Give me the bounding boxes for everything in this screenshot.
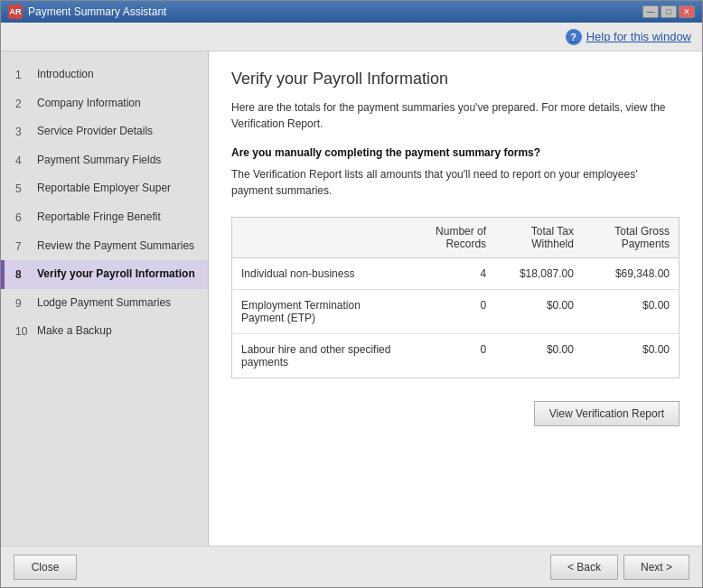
app-icon: AR xyxy=(8,5,23,19)
summary-table: Number of Records Total Tax Withheld Tot… xyxy=(231,217,680,378)
sidebar-label-review-payment-summaries: Review the Payment Summaries xyxy=(37,239,194,254)
row-gross-individual: $69,348.00 xyxy=(583,258,680,290)
help-label: Help for this window xyxy=(586,30,691,43)
sidebar-number-3: 3 xyxy=(15,125,32,138)
sidebar-number-8: 8 xyxy=(15,267,32,281)
help-icon: ? xyxy=(566,29,582,45)
manual-question: Are you manually completing the payment … xyxy=(231,146,680,159)
col-header-type xyxy=(232,218,413,258)
row-records-individual: 4 xyxy=(413,258,496,290)
sidebar-label-introduction: Introduction xyxy=(37,68,94,82)
sidebar-label-verify-payroll: Verify your Payroll Information xyxy=(37,267,195,282)
row-tax-etp: $0.00 xyxy=(495,290,583,334)
bottom-bar: Close < Back Next > xyxy=(1,546,702,587)
row-records-labour: 0 xyxy=(413,334,496,378)
row-tax-labour: $0.00 xyxy=(495,334,583,378)
sidebar-item-reportable-employer[interactable]: 5 Reportable Employer Super xyxy=(1,174,208,203)
title-bar-left: AR Payment Summary Assistant xyxy=(8,5,166,19)
row-label-labour: Labour hire and other specified payments xyxy=(232,334,413,378)
close-button[interactable]: Close xyxy=(14,555,77,580)
sidebar-label-company-information: Company Information xyxy=(37,97,141,111)
sidebar-item-lodge-payment[interactable]: 9 Lodge Payment Summaries xyxy=(1,289,208,318)
sidebar-label-service-provider: Service Provider Details xyxy=(37,125,153,139)
table-row: Employment Termination Payment (ETP) 0 $… xyxy=(232,290,680,334)
sidebar-number-7: 7 xyxy=(15,239,32,253)
sidebar-item-payment-summary-fields[interactable]: 4 Payment Summary Fields xyxy=(1,146,208,175)
table-row: Individual non-business 4 $18,087.00 $69… xyxy=(232,258,680,290)
content-area: Verify your Payroll Information Here are… xyxy=(209,51,702,546)
help-button[interactable]: ? Help for this window xyxy=(566,29,691,45)
table-row: Labour hire and other specified payments… xyxy=(232,334,680,378)
sidebar-item-verify-payroll[interactable]: 8 Verify your Payroll Information xyxy=(1,260,208,289)
manual-description: The Verification Report lists all amount… xyxy=(231,166,680,199)
button-container: View Verification Report xyxy=(231,397,680,426)
maximize-button[interactable]: □ xyxy=(661,5,677,18)
sidebar-number-2: 2 xyxy=(15,97,32,110)
view-verification-report-button[interactable]: View Verification Report xyxy=(534,401,680,426)
sidebar-label-make-backup: Make a Backup xyxy=(37,324,112,339)
nav-right-buttons: < Back Next > xyxy=(550,555,689,580)
page-title: Verify your Payroll Information xyxy=(231,70,680,89)
next-button[interactable]: Next > xyxy=(623,555,689,580)
row-gross-labour: $0.00 xyxy=(583,334,680,378)
sidebar-item-company-information[interactable]: 2 Company Information xyxy=(1,89,208,118)
sidebar: 1 Introduction 2 Company Information 3 S… xyxy=(1,51,209,546)
title-bar: AR Payment Summary Assistant — □ ✕ xyxy=(1,1,702,23)
back-button[interactable]: < Back xyxy=(550,555,618,580)
sidebar-number-6: 6 xyxy=(15,210,32,224)
sidebar-label-reportable-fringe: Reportable Fringe Benefit xyxy=(37,210,161,225)
sidebar-label-payment-summary-fields: Payment Summary Fields xyxy=(37,154,161,168)
sidebar-item-introduction[interactable]: 1 Introduction xyxy=(1,61,208,89)
main-window: AR Payment Summary Assistant — □ ✕ ? Hel… xyxy=(0,0,703,588)
row-tax-individual: $18,087.00 xyxy=(495,258,583,290)
main-content: 1 Introduction 2 Company Information 3 S… xyxy=(1,51,702,546)
sidebar-number-9: 9 xyxy=(15,296,32,310)
sidebar-item-service-provider[interactable]: 3 Service Provider Details xyxy=(1,117,208,146)
help-bar: ? Help for this window xyxy=(1,23,702,51)
sidebar-number-5: 5 xyxy=(15,182,32,195)
row-gross-etp: $0.00 xyxy=(583,290,680,334)
sidebar-item-reportable-fringe[interactable]: 6 Reportable Fringe Benefit xyxy=(1,203,208,232)
sidebar-number-1: 1 xyxy=(15,68,32,81)
col-header-tax: Total Tax Withheld xyxy=(495,218,583,258)
window-close-button[interactable]: ✕ xyxy=(679,5,695,18)
sidebar-number-4: 4 xyxy=(15,154,32,167)
sidebar-number-10: 10 xyxy=(15,324,32,338)
sidebar-label-lodge-payment: Lodge Payment Summaries xyxy=(37,296,171,311)
minimize-button[interactable]: — xyxy=(642,5,659,18)
window-title: Payment Summary Assistant xyxy=(28,5,166,18)
row-records-etp: 0 xyxy=(413,290,496,334)
intro-text: Here are the totals for the payment summ… xyxy=(231,99,680,132)
sidebar-item-review-payment-summaries[interactable]: 7 Review the Payment Summaries xyxy=(1,232,208,261)
row-label-etp: Employment Termination Payment (ETP) xyxy=(232,290,413,334)
title-bar-buttons: — □ ✕ xyxy=(642,5,695,18)
sidebar-item-make-backup[interactable]: 10 Make a Backup xyxy=(1,317,208,346)
col-header-records: Number of Records xyxy=(413,218,496,258)
col-header-gross: Total Gross Payments xyxy=(583,218,680,258)
sidebar-label-reportable-employer: Reportable Employer Super xyxy=(37,182,171,196)
row-label-individual: Individual non-business xyxy=(232,258,413,290)
